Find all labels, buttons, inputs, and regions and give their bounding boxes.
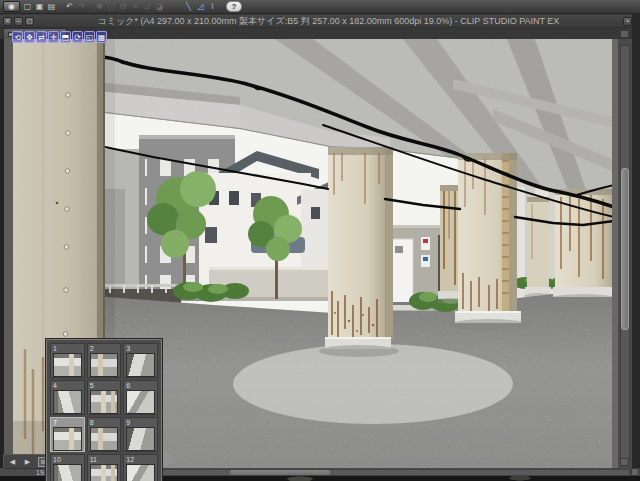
close-button[interactable]: ✕ [3, 17, 12, 26]
camera-angle-thumbnail-11[interactable]: 11 [87, 454, 122, 481]
move-tool-icon: ✥ [94, 1, 105, 12]
previous-page-button[interactable]: ◀ [6, 456, 19, 467]
camera-dolly-icon[interactable]: ⇄ [36, 31, 47, 43]
camera-angle-thumbnail-7[interactable]: 7 [50, 417, 85, 452]
3d-overlay-toolbar: ⟲✥⇄✛⬒⟳◱▦ [12, 31, 107, 43]
object-rotate-y-icon[interactable]: ⟳ [72, 31, 83, 43]
scrollbar-corner-button[interactable] [631, 468, 639, 476]
thumbnail-number: 10 [53, 456, 82, 464]
camera-pan-icon[interactable]: ✥ [24, 31, 35, 43]
thumbnail-preview [90, 353, 119, 377]
undo-icon[interactable]: ↶ [64, 1, 75, 12]
camera-angle-thumbnail-5[interactable]: 5 [87, 380, 122, 415]
thumbnail-preview [90, 464, 119, 481]
thumbnail-number: 2 [90, 345, 119, 353]
thumbnail-number: 1 [53, 345, 82, 353]
camera-rotate-icon[interactable]: ⟲ [12, 31, 23, 43]
thumbnail-number: 3 [126, 345, 155, 353]
main-toolbar-icons: ▢▣▤⁚↶↷⁚✥⬚⟳⌖▱◪╲◿⌇ [22, 1, 218, 12]
thumbnail-preview [53, 353, 82, 377]
separator: ⁚ [58, 1, 63, 12]
next-page-button[interactable]: ▶ [21, 456, 34, 467]
camera-angle-thumbnail-10[interactable]: 10 [50, 454, 85, 481]
object-move-flat-icon[interactable]: ✛ [48, 31, 59, 43]
clip-studio-paint-window: ◉ ▢▣▤⁚↶↷⁚✥⬚⟳⌖▱◪╲◿⌇ ? ✕─▢ コミック* (A4 297.0… [0, 0, 640, 481]
snap-to-grid-icon[interactable]: ⌇ [207, 1, 218, 12]
thumbnail-number: 12 [126, 456, 155, 464]
maximize-button[interactable]: ▢ [25, 17, 34, 26]
scrollbar-top-button[interactable] [620, 30, 629, 38]
canvas-left-frame [4, 39, 13, 468]
thumbnail-preview [126, 390, 155, 414]
thumbnail-number: 11 [90, 456, 119, 464]
mask-icon: ◪ [154, 1, 165, 12]
thumbnail-preview [126, 427, 155, 451]
transform-icon: ⬚ [106, 1, 117, 12]
help-button[interactable]: ? [226, 1, 242, 12]
thumbnail-preview [53, 427, 82, 451]
snap-to-ruler-icon[interactable]: ╲ [183, 1, 194, 12]
save-file-icon[interactable]: ▤ [46, 1, 57, 12]
camera-angle-thumbnail-3[interactable]: 3 [123, 343, 158, 378]
camera-angle-thumbnail-8[interactable]: 8 [87, 417, 122, 452]
scrollbar-bottom-button[interactable] [620, 458, 629, 466]
window-right-edge [632, 14, 640, 476]
select-area-icon: ▱ [142, 1, 153, 12]
document-title: コミック* (A4 297.00 x 210.00mm 製本サイズ:B5 判 2… [34, 15, 623, 28]
object-rotate-3d-icon[interactable]: ◱ [84, 31, 95, 43]
camera-angle-panel: 123456789101112 [46, 339, 162, 481]
thumbnail-number: 4 [53, 382, 82, 390]
app-logo-icon[interactable]: ◉ [3, 1, 20, 12]
thumbnail-preview [126, 353, 155, 377]
thumbnail-preview [90, 427, 119, 451]
camera-angle-thumbnail-2[interactable]: 2 [87, 343, 122, 378]
thumbnail-number: 6 [126, 382, 155, 390]
camera-angle-thumbnail-4[interactable]: 4 [50, 380, 85, 415]
window-controls: ✕─▢ [3, 17, 34, 26]
minimize-button[interactable]: ─ [14, 17, 23, 26]
thumbnail-preview [53, 390, 82, 414]
thumbnail-number: 7 [53, 419, 82, 427]
redo-icon: ↷ [76, 1, 87, 12]
object-move-vertical-icon[interactable]: ⬒ [60, 31, 71, 43]
camera-angle-thumbnail-6[interactable]: 6 [123, 380, 158, 415]
separator: ⁚ [88, 1, 93, 12]
document-titlebar[interactable]: ✕─▢ コミック* (A4 297.00 x 210.00mm 製本サイズ:B5… [0, 15, 640, 28]
thumbnail-preview [90, 390, 119, 414]
deselect-icon: ⌖ [130, 1, 141, 12]
main-toolbar: ◉ ▢▣▤⁚↶↷⁚✥⬚⟳⌖▱◪╲◿⌇ ? [0, 0, 640, 14]
thumbnail-number: 5 [90, 382, 119, 390]
rotate-icon: ⟳ [118, 1, 129, 12]
thumbnail-preview [53, 464, 82, 481]
open-file-icon[interactable]: ▣ [34, 1, 45, 12]
thumbnail-preview [126, 464, 155, 481]
thumbnail-number: 9 [126, 419, 155, 427]
new-file-icon[interactable]: ▢ [22, 1, 33, 12]
camera-angle-thumbnail-1[interactable]: 1 [50, 343, 85, 378]
camera-angle-thumbnail-12[interactable]: 12 [123, 454, 158, 481]
spacer [166, 1, 182, 12]
camera-angle-thumbnail-9[interactable]: 9 [123, 417, 158, 452]
vertical-scrollbar-thumb[interactable] [621, 168, 629, 330]
titlebar-menu-button[interactable]: ▪ [623, 17, 632, 26]
snap-to-special-ruler-icon[interactable]: ◿ [195, 1, 206, 12]
object-snap-ground-icon[interactable]: ▦ [96, 31, 107, 43]
thumbnail-number: 8 [90, 419, 119, 427]
horizontal-scrollbar-thumb[interactable] [230, 470, 330, 475]
